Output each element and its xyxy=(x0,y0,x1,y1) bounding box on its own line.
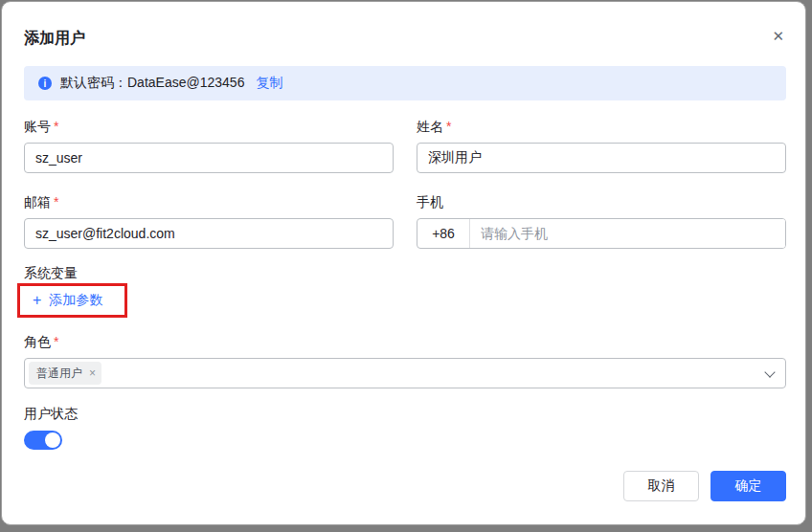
copy-password-link[interactable]: 复制 xyxy=(256,75,282,92)
required-mark: * xyxy=(54,194,58,210)
account-label-text: 账号 xyxy=(24,119,51,134)
email-label-text: 邮箱 xyxy=(24,194,51,210)
phone-label-text: 手机 xyxy=(417,194,443,210)
role-tag: 普通用户 × xyxy=(29,362,102,385)
dialog-footer: 取消 确定 xyxy=(24,471,786,501)
email-label: 邮箱* xyxy=(24,192,394,211)
user-status-section: 用户状态 xyxy=(24,404,786,450)
email-field-group: 邮箱* xyxy=(24,192,394,249)
required-mark: * xyxy=(54,334,58,349)
cancel-button[interactable]: 取消 xyxy=(623,471,699,501)
role-select[interactable]: 普通用户 × xyxy=(24,358,786,388)
role-section: 角色* 普通用户 × xyxy=(24,332,786,388)
name-input[interactable] xyxy=(417,143,786,173)
email-input[interactable] xyxy=(24,218,394,249)
account-input[interactable] xyxy=(24,143,394,173)
system-variables-section: 系统变量 + 添加参数 xyxy=(24,263,786,318)
role-label-text: 角色 xyxy=(24,334,51,349)
plus-icon: + xyxy=(33,293,41,308)
required-mark: * xyxy=(54,119,58,134)
confirm-button[interactable]: 确定 xyxy=(710,471,786,501)
add-parameter-link[interactable]: + 添加参数 xyxy=(33,292,102,309)
toggle-knob xyxy=(45,432,60,448)
user-status-toggle[interactable] xyxy=(24,431,62,450)
add-parameter-label: 添加参数 xyxy=(49,292,102,309)
dialog-header: 添加用户 ✕ xyxy=(24,27,786,50)
role-tag-label: 普通用户 xyxy=(36,366,82,382)
name-label: 姓名* xyxy=(417,117,786,136)
dialog-title: 添加用户 xyxy=(24,27,85,50)
user-status-label: 用户状态 xyxy=(24,404,786,423)
name-field-group: 姓名* xyxy=(417,117,786,173)
info-icon: i xyxy=(38,77,52,90)
name-label-text: 姓名 xyxy=(417,119,443,134)
account-field-group: 账号* xyxy=(24,117,394,173)
chevron-down-icon xyxy=(764,366,775,377)
role-label: 角色* xyxy=(24,332,786,351)
default-password-banner: i 默认密码：DataEase@123456 复制 xyxy=(24,66,786,100)
add-user-dialog: 添加用户 ✕ i 默认密码：DataEase@123456 复制 账号* 姓名*… xyxy=(1,1,806,525)
phone-input-wrap: +86 xyxy=(417,218,786,249)
phone-input[interactable] xyxy=(470,219,785,248)
user-form: 账号* 姓名* 邮箱* 手机 +86 xyxy=(24,117,786,249)
default-password-text: 默认密码：DataEase@123456 xyxy=(60,75,244,92)
required-mark: * xyxy=(446,119,451,134)
account-label: 账号* xyxy=(24,117,394,136)
tag-close-icon[interactable]: × xyxy=(89,367,96,379)
add-parameter-row: + 添加参数 xyxy=(24,283,120,318)
phone-country-code[interactable]: +86 xyxy=(417,219,470,248)
system-variables-label: 系统变量 xyxy=(24,263,786,282)
phone-field-group: 手机 +86 xyxy=(417,192,786,249)
phone-label: 手机 xyxy=(417,192,786,211)
close-icon[interactable]: ✕ xyxy=(770,27,786,46)
